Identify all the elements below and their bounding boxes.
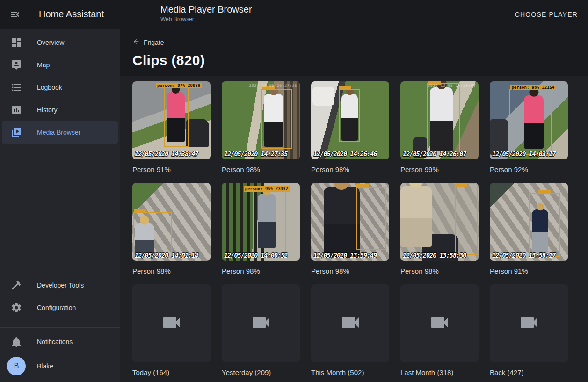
clip-thumbnail: 12/05/2020 13:58:17 (490, 183, 568, 261)
folder-thumbnail (400, 284, 479, 362)
detection-bounding-box (339, 89, 359, 143)
clip-thumbnail: 12/05/2020 13:59:49 (311, 183, 389, 261)
sidebar-item-history[interactable]: History (2, 99, 118, 121)
folder-thumbnail (311, 284, 389, 362)
detection-bounding-box (529, 193, 560, 257)
detection-label (339, 86, 351, 90)
avatar: B (7, 357, 26, 375)
sidebar-item-map[interactable]: Map (2, 54, 118, 76)
choose-player-button[interactable]: CHOOSE PLAYER (515, 11, 578, 18)
media-clip[interactable]: person: 97% 2998812/05/2020 14:38:47Pers… (132, 81, 211, 173)
media-clip[interactable]: 12/05/2020 13:58:30Person 98% (400, 183, 479, 275)
clip-timestamp: 12/05/2020 14:01:14 (135, 252, 198, 259)
detection-bounding-box (356, 187, 386, 250)
media-clip[interactable]: 2020-12-05 16:27:3512/05/2020 14:27:35Pe… (222, 81, 300, 173)
clip-thumbnail: 2020-12-05 16:27:3512/05/2020 14:27:35 (222, 81, 300, 159)
sidebar-item-media-browser[interactable]: Media Browser (2, 121, 118, 144)
media-clip[interactable]: 12/05/2020 13:58:17Person 91% (490, 183, 568, 275)
clip-caption: Person 98% (311, 267, 389, 275)
gear-icon (11, 302, 22, 313)
clip-caption: Person 98% (222, 267, 300, 275)
detection-bounding-box (261, 89, 292, 149)
videocam-icon (428, 311, 451, 336)
detection-label (134, 209, 146, 212)
detection-bounding-box (455, 183, 478, 255)
sidebar-item-label: Configuration (37, 304, 76, 311)
page-heading: Clips (820) (132, 52, 577, 68)
sidebar-item-label: History (37, 106, 58, 114)
detection-bounding-box (509, 89, 552, 155)
sidebar-item-overview[interactable]: Overview (2, 31, 118, 54)
clip-caption: Person 91% (490, 267, 568, 275)
videocam-icon (339, 311, 362, 336)
media-folder[interactable]: Back (427) (490, 284, 568, 376)
clip-timestamp: 12/05/2020 13:59:49 (313, 252, 377, 259)
clip-thumbnail: person: 96% 3215412/05/2020 14:03:17 (490, 81, 568, 159)
media-folder[interactable]: This Month (502) (311, 284, 389, 376)
videocam-icon (250, 311, 272, 336)
chart-box-icon (11, 104, 22, 115)
detection-bounding-box (253, 191, 286, 258)
header-left: Home Assistant (0, 9, 120, 20)
clip-thumbnail: 12/05/2020 14:26:46 (311, 81, 389, 159)
media-folder[interactable]: Last Month (318) (400, 284, 479, 376)
detection-bounding-box (427, 83, 460, 155)
sidebar-primary-items: OverviewMapLogbookHistoryMedia Browser (0, 31, 120, 144)
clip-timestamp: 12/05/2020 13:58:17 (492, 252, 555, 259)
sidebar-user[interactable]: B Blake (2, 353, 118, 379)
sidebar-item-label: Overview (37, 39, 64, 46)
clip-timestamp: 12/05/2020 13:58:30 (403, 252, 466, 259)
clip-caption: Person 98% (400, 267, 479, 275)
sidebar-item-label: Developer Tools (37, 281, 84, 289)
clip-thumbnail: 12/05/2020 14:01:14 (132, 183, 211, 261)
camera-osd-timestamp: 2020-12-05 16:27:35 (249, 83, 297, 88)
folder-label: This Month (502) (311, 368, 389, 376)
clip-caption: Person 98% (311, 166, 389, 173)
clip-caption: Person 91% (132, 166, 211, 173)
main-content: Frigate Clips (820) person: 97% 2998812/… (120, 29, 588, 382)
scene-prop (186, 119, 209, 147)
media-clip[interactable]: 12/05/2020 14:26:46Person 98% (311, 81, 389, 173)
clip-caption: Person 98% (222, 166, 300, 173)
play-box-multiple-icon (11, 127, 22, 138)
videocam-icon (160, 311, 183, 336)
clip-caption: Person 98% (132, 267, 211, 275)
sidebar-bottom: Developer ToolsConfiguration Notificatio… (0, 274, 120, 382)
sidebar-divider (0, 327, 120, 328)
clip-timestamp: 12/05/2020 14:00:52 (224, 252, 287, 259)
clip-thumbnail: 12/05/2020 13:58:30 (400, 183, 479, 261)
media-clip[interactable]: 2020-12-05 16:26:0812/05/2020 14:26:07Pe… (400, 81, 479, 173)
sidebar-item-notifications[interactable]: Notifications (2, 331, 118, 353)
media-clip[interactable]: person: 96% 3215412/05/2020 14:03:17Pers… (490, 81, 568, 173)
breadcrumb[interactable]: Frigate (132, 38, 164, 47)
user-name: Blake (37, 362, 53, 370)
bell-icon (11, 336, 22, 347)
detection-bounding-box (133, 212, 173, 258)
folder-label: Last Month (318) (400, 368, 479, 376)
app-header: Home Assistant Media Player Browser Web … (0, 0, 588, 29)
header-right: CHOOSE PLAYER (515, 10, 588, 19)
media-clip[interactable]: 12/05/2020 14:01:14Person 98% (132, 183, 211, 275)
folder-thumbnail (490, 284, 568, 362)
media-clip[interactable]: person: 95% 2343212/05/2020 14:00:52Pers… (222, 183, 300, 275)
sidebar-item-logbook[interactable]: Logbook (2, 76, 118, 99)
header-title-block: Media Player Browser Web Browser (160, 4, 252, 22)
sidebar-item-label: Logbook (37, 84, 62, 91)
detection-label (455, 184, 467, 187)
sidebar-item-developer-tools[interactable]: Developer Tools (2, 274, 118, 296)
app-title: Home Assistant (39, 9, 104, 20)
folder-thumbnail (222, 284, 300, 362)
detection-label: person: 95% 23432 (244, 186, 290, 192)
media-folder[interactable]: Yesterday (209) (222, 284, 300, 376)
media-folder[interactable]: Today (164) (132, 284, 211, 376)
sidebar-secondary-items: Developer ToolsConfiguration (0, 274, 120, 319)
folder-label: Back (427) (490, 368, 568, 376)
menu-open-icon[interactable] (9, 9, 21, 20)
person-figure (324, 187, 360, 258)
clip-caption: Person 92% (490, 166, 568, 173)
clip-thumbnail: person: 95% 2343212/05/2020 14:00:52 (222, 183, 300, 261)
sidebar-item-configuration[interactable]: Configuration (2, 296, 118, 319)
media-clip[interactable]: 12/05/2020 13:59:49Person 98% (311, 183, 389, 275)
clip-timestamp: 12/05/2020 14:38:47 (135, 150, 198, 158)
clip-caption: Person 99% (400, 166, 479, 173)
